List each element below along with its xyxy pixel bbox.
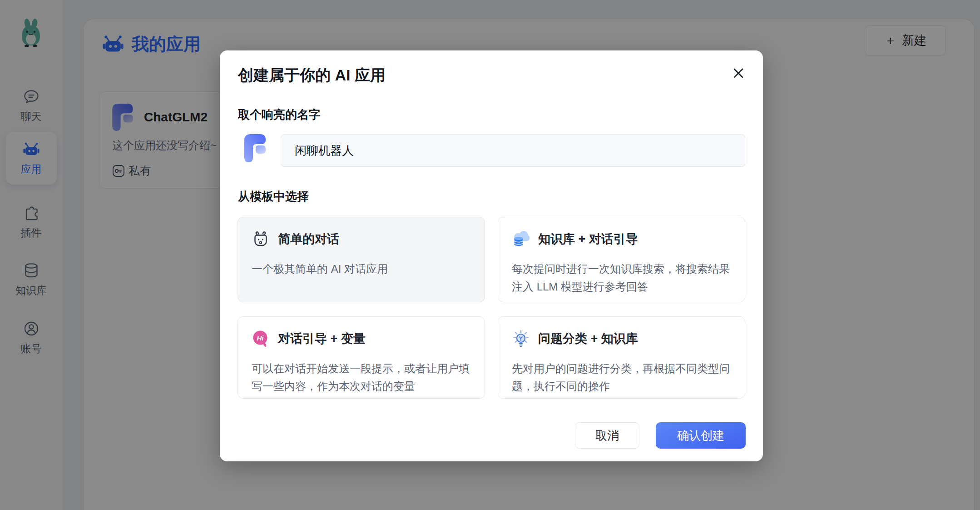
template-description: 一个极其简单的 AI 对话应用 <box>252 260 471 278</box>
app-name-input[interactable] <box>281 134 745 167</box>
template-description: 每次提问时进行一次知识库搜索，将搜索结果注入 LLM 模型进行参考回答 <box>512 260 731 295</box>
template-card-classify-kb[interactable]: 问题分类 + 知识库 先对用户的问题进行分类，再根据不同类型问题，执行不同的操作 <box>498 316 745 399</box>
hi-bubble-icon: Hi <box>252 330 270 348</box>
dataset-cloud-icon <box>512 230 530 248</box>
modal-title: 创建属于你的 AI 应用 <box>238 65 386 86</box>
app-avatar[interactable] <box>244 134 266 162</box>
template-description: 可以在对话开始发送一段提示，或者让用户填写一些内容，作为本次对话的变量 <box>252 360 471 395</box>
bulb-icon <box>512 330 530 348</box>
cancel-button[interactable]: 取消 <box>575 422 639 449</box>
template-card-guide-variables[interactable]: Hi 对话引导 + 变量 可以在对话开始发送一段提示，或者让用户填写一些内容，作… <box>238 316 485 399</box>
template-title: 简单的对话 <box>278 231 339 247</box>
template-title: 问题分类 + 知识库 <box>538 330 638 347</box>
robot-face-icon <box>252 230 270 248</box>
name-field-label: 取个响亮的名字 <box>238 107 321 123</box>
hi-bubble-text: Hi <box>257 334 264 342</box>
modal-footer: 取消 确认创建 <box>575 422 746 449</box>
template-title: 知识库 + 对话引导 <box>538 231 638 247</box>
create-app-modal: 创建属于你的 AI 应用 取个响亮的名字 从模板中选择 <box>220 50 763 461</box>
template-card-simple-chat[interactable]: 简单的对话 一个极其简单的 AI 对话应用 <box>238 217 485 302</box>
close-icon[interactable] <box>729 64 747 82</box>
confirm-create-button[interactable]: 确认创建 <box>656 422 746 449</box>
template-section-label: 从模板中选择 <box>238 189 309 205</box>
template-card-kb-guide[interactable]: 知识库 + 对话引导 每次提问时进行一次知识库搜索，将搜索结果注入 LLM 模型… <box>498 217 745 302</box>
template-description: 先对用户的问题进行分类，再根据不同类型问题，执行不同的操作 <box>512 360 731 395</box>
template-grid: 简单的对话 一个极其简单的 AI 对话应用 知识库 + 对话引导 <box>238 217 745 399</box>
template-title: 对话引导 + 变量 <box>278 330 366 347</box>
